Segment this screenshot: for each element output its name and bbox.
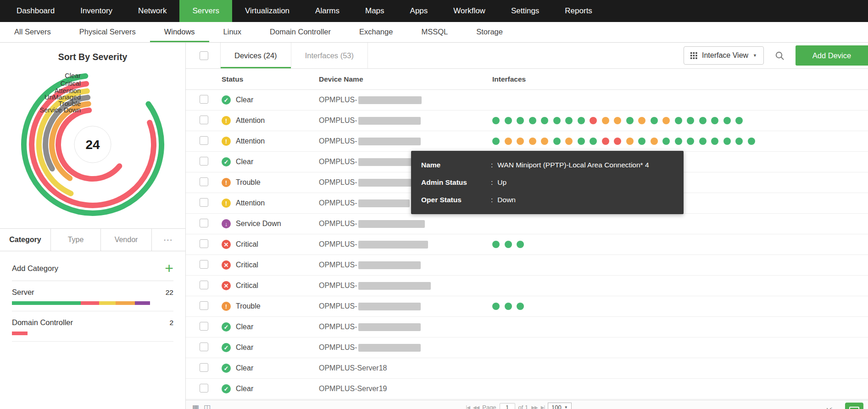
category-row-domain-controller[interactable]: Domain Controller2 [12, 311, 173, 342]
interface-status-dot[interactable] [675, 138, 682, 145]
interface-status-dot[interactable] [662, 117, 670, 124]
row-checkbox[interactable] [200, 384, 208, 392]
interface-status-dot[interactable] [602, 117, 609, 124]
last-page-icon[interactable]: ▶| [541, 405, 545, 409]
sidebar-tab-category[interactable]: Category [0, 229, 51, 251]
table-view-icon[interactable]: ▦ [192, 403, 199, 409]
interface-status-dot[interactable] [505, 138, 512, 145]
row-checkbox[interactable] [200, 260, 208, 269]
interface-status-dot[interactable] [638, 117, 645, 124]
device-name[interactable]: OPMPLUS- [319, 116, 492, 125]
tab-interfaces[interactable]: Interfaces (53) [291, 43, 368, 68]
interface-status-dot[interactable] [505, 241, 512, 248]
tab-devices[interactable]: Devices (24) [220, 43, 291, 68]
interface-status-dot[interactable] [626, 138, 634, 145]
interface-status-dot[interactable] [565, 138, 573, 145]
interface-status-dot[interactable] [529, 138, 536, 145]
interface-status-dot[interactable] [517, 241, 524, 248]
topnav-item-settings[interactable]: Settings [498, 0, 552, 22]
interface-status-dot[interactable] [711, 138, 718, 145]
interface-status-dot[interactable] [492, 241, 500, 248]
interface-status-dot[interactable] [553, 117, 561, 124]
interface-status-dot[interactable] [492, 303, 500, 310]
subnav-item-storage[interactable]: Storage [462, 22, 517, 42]
device-name[interactable]: OPMPLUS- [319, 240, 492, 249]
interface-status-dot[interactable] [662, 138, 670, 145]
row-checkbox[interactable] [200, 136, 208, 145]
interface-status-dot[interactable] [541, 138, 548, 145]
interface-status-dot[interactable] [492, 138, 500, 145]
interface-status-dot[interactable] [723, 117, 731, 124]
interface-status-dot[interactable] [517, 303, 524, 310]
first-page-icon[interactable]: |◀ [466, 405, 470, 409]
topnav-item-apps[interactable]: Apps [397, 0, 441, 22]
subnav-item-domain-controller[interactable]: Domain Controller [256, 22, 345, 42]
row-checkbox[interactable] [200, 198, 208, 207]
interface-status-dot[interactable] [748, 138, 755, 145]
interface-status-dot[interactable] [651, 117, 658, 124]
interface-status-dot[interactable] [699, 117, 707, 124]
subnav-item-windows[interactable]: Windows [150, 22, 209, 42]
interface-status-dot[interactable] [517, 138, 524, 145]
interface-status-dot[interactable] [529, 117, 536, 124]
device-name[interactable]: OPMPLUS- [319, 261, 492, 269]
interface-status-dot[interactable] [614, 138, 621, 145]
add-device-button[interactable]: Add Device [796, 45, 868, 66]
device-name[interactable]: OPMPLUS- [319, 220, 492, 228]
interface-view-dropdown[interactable]: Interface View ▼ [684, 46, 764, 65]
device-name[interactable]: OPMPLUS-Server18 [319, 364, 492, 372]
card-view-icon[interactable]: ◫ [204, 403, 211, 409]
topnav-item-alarms[interactable]: Alarms [302, 0, 352, 22]
subnav-item-exchange[interactable]: Exchange [345, 22, 407, 42]
select-all-checkbox[interactable] [200, 51, 208, 60]
device-name[interactable]: OPMPLUS- [319, 137, 492, 145]
device-name[interactable]: OPMPLUS-Server19 [319, 385, 492, 393]
interface-status-dot[interactable] [565, 117, 573, 124]
category-row-server[interactable]: Server22 [12, 281, 173, 311]
interface-status-dot[interactable] [578, 138, 585, 145]
interface-status-dot[interactable] [578, 117, 585, 124]
interface-status-dot[interactable] [492, 117, 500, 124]
row-checkbox[interactable] [200, 116, 208, 124]
interface-status-dot[interactable] [614, 117, 621, 124]
interface-status-dot[interactable] [735, 117, 743, 124]
topnav-item-servers[interactable]: Servers [179, 0, 232, 22]
row-checkbox[interactable] [200, 95, 208, 104]
page-size-select[interactable]: 100 ▼ [548, 403, 572, 409]
sidebar-tab-type[interactable]: Type [51, 229, 101, 251]
topnav-item-network[interactable]: Network [125, 0, 179, 22]
interface-status-dot[interactable] [602, 138, 609, 145]
interface-status-dot[interactable] [553, 138, 561, 145]
interface-status-dot[interactable] [687, 138, 694, 145]
device-name[interactable]: OPMPLUS- [319, 302, 492, 310]
next-page-icon[interactable]: ▶▶ [531, 405, 537, 409]
search-icon[interactable] [775, 51, 785, 61]
interface-status-dot[interactable] [541, 117, 548, 124]
row-checkbox[interactable] [200, 363, 208, 372]
interface-status-dot[interactable] [590, 117, 597, 124]
topnav-item-dashboard[interactable]: Dashboard [4, 0, 67, 22]
interface-status-dot[interactable] [517, 117, 524, 124]
topnav-item-maps[interactable]: Maps [352, 0, 397, 22]
sidebar-tab-vendor[interactable]: Vendor [101, 229, 152, 251]
subnav-item-linux[interactable]: Linux [209, 22, 256, 42]
page-input[interactable] [500, 403, 515, 409]
topnav-item-workflow[interactable]: Workflow [440, 0, 498, 22]
subnav-item-physical-servers[interactable]: Physical Servers [65, 22, 150, 42]
interface-status-dot[interactable] [687, 117, 694, 124]
interface-status-dot[interactable] [590, 138, 597, 145]
layout-view-button[interactable] [845, 403, 863, 409]
row-checkbox[interactable] [200, 322, 208, 331]
row-checkbox[interactable] [200, 177, 208, 186]
subnav-item-mssql[interactable]: MSSQL [407, 22, 462, 42]
device-name[interactable]: OPMPLUS- [319, 343, 492, 352]
row-checkbox[interactable] [200, 343, 208, 351]
device-name[interactable]: OPMPLUS- [319, 282, 492, 290]
row-checkbox[interactable] [200, 301, 208, 310]
topnav-item-virtualization[interactable]: Virtualization [232, 0, 302, 22]
device-name[interactable]: OPMPLUS- [319, 96, 492, 104]
interface-status-dot[interactable] [638, 138, 645, 145]
interface-status-dot[interactable] [723, 138, 731, 145]
sidebar-tabs-more[interactable]: ⋯ [152, 229, 185, 251]
prev-page-icon[interactable]: ◀◀ [473, 405, 479, 409]
